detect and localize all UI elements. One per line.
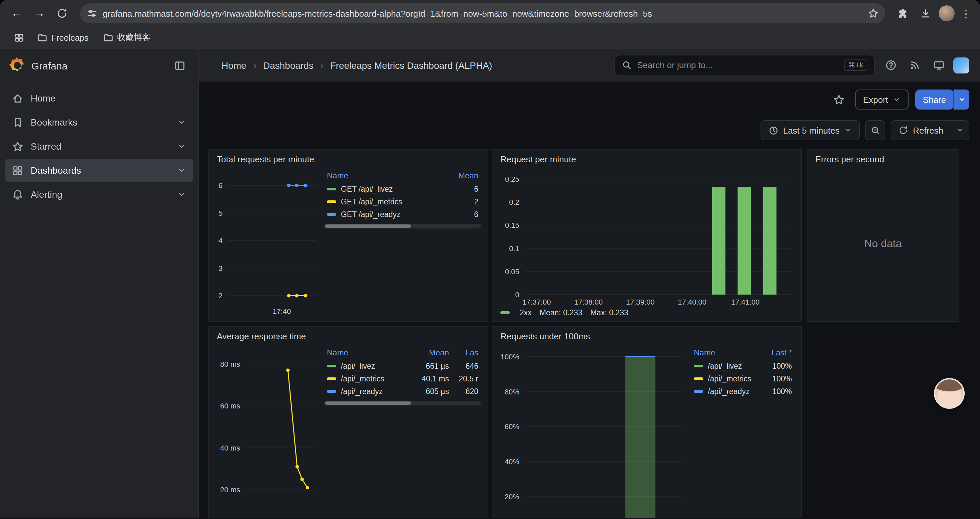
legend-scrollbar[interactable]	[324, 401, 481, 406]
legend-column-header[interactable]: Mean	[440, 169, 481, 182]
scrollbar-thumb[interactable]	[325, 224, 411, 228]
apps-grid-icon	[14, 33, 24, 43]
breadcrumb-dashboards[interactable]: Dashboards	[263, 60, 313, 70]
search-bar[interactable]: ⌘+k	[614, 54, 875, 76]
url-input[interactable]	[103, 8, 862, 18]
series-name: GET /api/_metrics	[341, 197, 402, 205]
svg-text:17:40: 17:40	[272, 307, 291, 316]
apps-grid-button[interactable]	[10, 29, 28, 47]
chart-total-requests[interactable]: 6543217:40	[215, 168, 320, 317]
bookmark-label: Freeleaps	[51, 33, 88, 42]
legend-column-header[interactable]: Name	[324, 169, 440, 182]
svg-text:0.15: 0.15	[505, 221, 519, 230]
legend[interactable]: 2xx Mean: 0.233 Max: 0.233	[492, 308, 801, 321]
grafana-logo[interactable]	[10, 57, 25, 73]
panel-total-requests: Total requests per minute 6543217:40 Nam…	[208, 149, 488, 322]
sidebar-nav: Home Bookmarks Starred	[0, 81, 198, 211]
legend-row[interactable]: /api/_livez661 µs646	[324, 359, 481, 372]
time-controls: Last 5 minutes	[760, 120, 969, 140]
sidebar-collapse-button[interactable]	[170, 56, 189, 75]
legend-column-header[interactable]: Las	[452, 346, 481, 359]
back-button[interactable]: ←	[7, 3, 27, 23]
bookmark-star-icon[interactable]	[868, 8, 878, 19]
series-value: 100%	[753, 372, 795, 385]
series-name: /api/_livez	[341, 362, 375, 370]
rss-icon	[909, 59, 920, 71]
legend-row[interactable]: GET /api/_metrics2	[324, 195, 481, 208]
search-input[interactable]	[637, 60, 838, 70]
time-range-picker[interactable]: Last 5 minutes	[760, 120, 860, 140]
zoom-out-button[interactable]	[865, 120, 886, 140]
sidebar-item-bookmarks[interactable]: Bookmarks	[5, 111, 193, 134]
legend-row[interactable]: /api/_metrics40.1 ms20.5 r	[324, 372, 481, 385]
share-button[interactable]: Share	[916, 89, 953, 110]
svg-text:20%: 20%	[505, 493, 519, 501]
series-name: /api/_livez	[708, 362, 742, 370]
monitor-icon	[933, 59, 944, 71]
refresh-button[interactable]: Refresh	[892, 121, 951, 140]
legend-column-header[interactable]: Last *	[753, 346, 795, 359]
legend-table: NameMeanLas/api/_livez661 µs646/api/_met…	[324, 346, 481, 398]
chevron-down-icon	[893, 96, 901, 104]
share-menu-button[interactable]	[953, 89, 969, 110]
legend-column-header[interactable]: Name	[324, 346, 410, 359]
panel-errors-per-second: Errors per second No data	[807, 149, 959, 322]
display-button[interactable]	[929, 56, 948, 75]
refresh-interval-button[interactable]	[951, 121, 969, 140]
svg-text:17:39:00: 17:39:00	[626, 298, 655, 306]
reload-button[interactable]	[52, 3, 72, 23]
extensions-button[interactable]	[893, 4, 912, 23]
news-button[interactable]	[905, 56, 924, 75]
sidebar-item-home[interactable]: Home	[5, 87, 193, 110]
legend-column-header[interactable]: Name	[691, 346, 753, 359]
svg-text:40%: 40%	[505, 458, 519, 466]
panel-title[interactable]: Total requests per minute	[209, 150, 488, 166]
panel-title[interactable]: Request per minute	[492, 150, 801, 166]
star-icon	[12, 141, 23, 152]
browser-profile-avatar[interactable]	[939, 5, 955, 21]
chart-requests-under-100ms[interactable]: 100%80%60%40%20%0%17:40	[499, 345, 687, 518]
sidebar-item-label: Home	[31, 93, 56, 104]
series-swatch	[500, 311, 510, 314]
toolbar-right: ⋮	[893, 4, 973, 23]
svg-text:17:37:00: 17:37:00	[522, 298, 551, 306]
chart-request-per-minute[interactable]: 0.250.20.150.10.05017:37:0017:38:0017:39…	[499, 168, 795, 308]
url-bar[interactable]	[80, 3, 885, 23]
bookmark-item[interactable]: 收藏博客	[98, 29, 156, 46]
chart-average-response-time[interactable]: 80 ms60 ms40 ms20 ms0 s17:40	[215, 345, 320, 518]
site-info-icon[interactable]	[87, 8, 97, 19]
legend-row[interactable]: GET /api/_livez6	[324, 182, 481, 195]
floating-assistant-avatar[interactable]	[934, 378, 965, 409]
legend-row[interactable]: GET /api/_readyz6	[324, 208, 481, 220]
legend-row[interactable]: /api/_readyz605 µs620	[324, 385, 481, 398]
series-value: 620	[452, 385, 481, 398]
legend-row[interactable]: /api/_metrics100%	[691, 372, 795, 385]
series-value: 6	[440, 208, 481, 220]
legend-column-header[interactable]: Mean	[410, 346, 452, 359]
downloads-button[interactable]	[916, 4, 935, 23]
svg-text:6: 6	[218, 181, 223, 190]
sidebar-item-alerting[interactable]: Alerting	[5, 183, 193, 206]
breadcrumb-separator: ›	[320, 59, 323, 71]
panel-title[interactable]: Errors per second	[807, 150, 959, 166]
breadcrumb-home[interactable]: Home	[221, 60, 247, 70]
forward-button[interactable]: →	[29, 3, 49, 23]
scrollbar-thumb[interactable]	[325, 401, 411, 405]
top-nav: Home › Dashboards › Freeleaps Metrics Da…	[199, 50, 980, 81]
bookmark-item[interactable]: Freeleaps	[32, 30, 94, 45]
brand-title: Grafana	[31, 60, 67, 71]
legend-scrollbar[interactable]	[324, 224, 481, 228]
export-button[interactable]: Export	[855, 89, 908, 110]
legend-row[interactable]: /api/_readyz100%	[691, 385, 795, 398]
help-button[interactable]	[881, 56, 900, 75]
legend-row[interactable]: /api/_livez100%	[691, 359, 795, 372]
panel-title[interactable]: Average response time	[209, 327, 488, 343]
sidebar-item-starred[interactable]: Starred	[5, 135, 193, 158]
browser-menu-button[interactable]: ⋮	[959, 7, 973, 20]
user-avatar[interactable]	[953, 57, 969, 73]
share-button-group: Share	[916, 89, 969, 110]
panel-title[interactable]: Requests under 100ms	[492, 327, 801, 343]
series-name: /api/_readyz	[341, 387, 383, 395]
star-dashboard-button[interactable]	[830, 90, 848, 109]
sidebar-item-dashboards[interactable]: Dashboards	[5, 159, 193, 182]
